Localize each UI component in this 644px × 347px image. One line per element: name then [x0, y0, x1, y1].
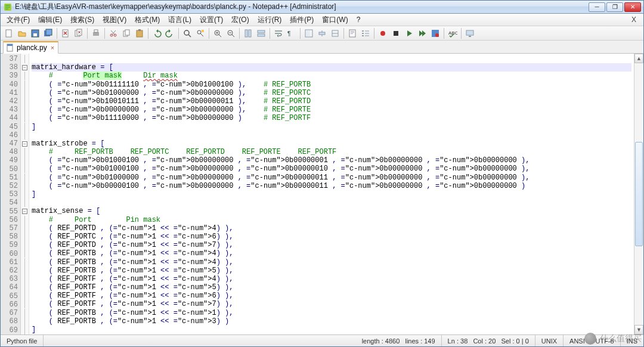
code-line[interactable]: ( REF_PORTC , (="c-num">1 << ="c-num">6)…: [32, 233, 631, 241]
open-file-button[interactable]: [16, 27, 28, 39]
code-line[interactable]: ( REF_PORTB , (="c-num">1 << ="c-num">3)…: [32, 317, 631, 326]
code-line[interactable]: ( REF_PORTF , (="c-num">1 << ="c-num">5)…: [32, 283, 631, 292]
code-line[interactable]: ( ="c-num">0b01000100 , ="c-num">0b00000…: [32, 156, 631, 165]
minimize-button[interactable]: ─: [589, 2, 605, 12]
find-button[interactable]: [181, 27, 193, 39]
func-list-button[interactable]: [360, 27, 371, 39]
menu-item-3[interactable]: 视图(V): [99, 14, 130, 26]
save-all-button[interactable]: [42, 27, 54, 39]
code-line[interactable]: # Port Pin mask: [32, 216, 631, 224]
code-line[interactable]: ( REF_PORTF , (="c-num">1 << ="c-num">4)…: [32, 275, 631, 283]
play-multi-button[interactable]: [416, 27, 428, 39]
copy-button[interactable]: [120, 27, 132, 39]
code-line[interactable]: ]: [32, 123, 631, 131]
menu-item-8[interactable]: 运行(R): [254, 14, 286, 26]
code-line[interactable]: [32, 55, 631, 63]
indent-guide-button[interactable]: [303, 27, 315, 39]
print-button[interactable]: [90, 27, 102, 39]
code-line[interactable]: ]: [32, 190, 631, 199]
replace-button[interactable]: [194, 27, 206, 39]
toolbar-separator: [343, 28, 344, 39]
code-line[interactable]: ( ="c-num">0b01000100 , ="c-num">0b00000…: [32, 165, 631, 173]
code-line[interactable]: [32, 131, 631, 140]
fold-toggle-icon[interactable]: −: [22, 141, 27, 147]
new-file-button[interactable]: [3, 27, 15, 39]
code-line[interactable]: ( ="c-num">0b00000000 , ="c-num">0b00000…: [32, 106, 631, 114]
scroll-track[interactable]: [634, 63, 643, 325]
tab-close-icon[interactable]: ×: [51, 44, 54, 51]
paste-button[interactable]: [134, 27, 145, 39]
close-button[interactable]: ✕: [624, 2, 641, 12]
code-line[interactable]: matrix_strobe = [: [32, 140, 631, 148]
code-line[interactable]: ( ="c-num">0b01111110 , ="c-num">0b01000…: [32, 80, 631, 89]
doc-map-button[interactable]: [346, 27, 358, 39]
menu-item-5[interactable]: 语言(L): [165, 14, 195, 26]
sync-h-button[interactable]: [255, 27, 267, 39]
zoom-in-button[interactable]: [212, 27, 224, 39]
fold-toggle-icon[interactable]: −: [22, 209, 27, 214]
titlebar[interactable]: E:\键盘\工具\EasyAVR-master\keymapper\easyke…: [1, 1, 643, 14]
code-line[interactable]: # Port mask Dir mask: [32, 72, 631, 80]
code-line[interactable]: ( ="c-num">0b00000100 , ="c-num">0b00000…: [32, 182, 631, 190]
code-line[interactable]: ( ="c-num">0b11110000 , ="c-num">0b00000…: [32, 114, 631, 122]
unfold-all-button[interactable]: [329, 27, 341, 39]
code-line[interactable]: ( REF_PORTD , (="c-num">1 << ="c-num">7)…: [32, 241, 631, 249]
fold-column: −−−: [21, 54, 29, 334]
close-all-button[interactable]: [73, 27, 85, 39]
code-line[interactable]: ( ="c-num">0b10010111 , ="c-num">0b00000…: [32, 97, 631, 106]
stop-macro-icon: [391, 29, 401, 38]
code-line[interactable]: ( REF_PORTD , (="c-num">1 << ="c-num">4)…: [32, 224, 631, 233]
record-macro-button[interactable]: [377, 27, 389, 39]
save-button[interactable]: [29, 27, 41, 39]
code-line[interactable]: [32, 334, 631, 334]
code-line[interactable]: ( REF_PORTB , (="c-num">1 << ="c-num">1)…: [32, 309, 631, 317]
code-line[interactable]: ( REF_PORTB , (="c-num">1 << ="c-num">5)…: [32, 267, 631, 275]
status-length: length : 4860 lines : 149: [356, 335, 442, 346]
fold-toggle-icon[interactable]: −: [22, 65, 27, 70]
redo-button[interactable]: [164, 27, 176, 39]
code-line[interactable]: matrix_hardware = [: [32, 63, 631, 72]
save-macro-button[interactable]: [429, 27, 441, 39]
vertical-scrollbar[interactable]: ▲ ▼: [634, 54, 643, 334]
play-macro-button[interactable]: [403, 27, 415, 39]
menu-item-1[interactable]: 编辑(E): [35, 14, 66, 26]
scroll-down-icon[interactable]: ▼: [634, 325, 643, 334]
code-line[interactable]: matrix_sense = [: [32, 207, 631, 215]
menu-item-10[interactable]: 窗口(W): [318, 14, 351, 26]
spell-check-button[interactable]: ABC: [447, 27, 459, 39]
file-tab-planck[interactable]: planck.py ×: [3, 41, 58, 54]
cut-button[interactable]: [107, 27, 119, 39]
doc-close-x[interactable]: X: [627, 16, 641, 24]
menu-item-4[interactable]: 格式(M): [131, 14, 163, 26]
close-file-button[interactable]: [60, 27, 72, 39]
scroll-thumb[interactable]: [635, 142, 643, 247]
code-line[interactable]: [32, 199, 631, 207]
undo-button[interactable]: [151, 27, 163, 39]
word-wrap-button[interactable]: [273, 27, 284, 39]
code-line[interactable]: ( REF_PORTF , (="c-num">1 << ="c-num">7)…: [32, 300, 631, 308]
code-line[interactable]: ( ="c-num">0b01000000 , ="c-num">0b00000…: [32, 174, 631, 182]
scroll-up-icon[interactable]: ▲: [634, 54, 643, 63]
show-all-button[interactable]: ¶: [286, 27, 298, 39]
code-area[interactable]: matrix_hardware = [ # Port mask Dir mask…: [29, 54, 634, 334]
fold-all-button[interactable]: [316, 27, 328, 39]
zoom-out-button[interactable]: [225, 27, 237, 39]
sync-v-button[interactable]: [242, 27, 254, 39]
menu-item-9[interactable]: 插件(P): [286, 14, 317, 26]
code-line[interactable]: ( REF_PORTB , (="c-num">1 << ="c-num">4)…: [32, 258, 631, 267]
code-line[interactable]: ]: [32, 326, 631, 334]
code-line[interactable]: # REF_PORTB REF_PORTC REF_PORTD REF_PORT…: [32, 148, 631, 156]
menu-item-7[interactable]: 宏(O): [228, 14, 252, 26]
menu-item-11[interactable]: ?: [353, 14, 364, 25]
monitor-button[interactable]: [464, 27, 476, 39]
code-line[interactable]: ( REF_PORTB , (="c-num">1 << ="c-num">4)…: [32, 249, 631, 258]
line-number: 59: [1, 241, 18, 249]
code-line[interactable]: ( ="c-num">0b01000000 , ="c-num">0b00000…: [32, 89, 631, 97]
code-line[interactable]: ( REF_PORTF , (="c-num">1 << ="c-num">6)…: [32, 292, 631, 300]
sync-h-icon: [256, 29, 266, 38]
menu-item-2[interactable]: 搜索(S): [67, 14, 98, 26]
maximize-button[interactable]: ❐: [606, 2, 623, 12]
menu-item-0[interactable]: 文件(F): [3, 14, 33, 26]
stop-macro-button[interactable]: [390, 27, 402, 39]
menu-item-6[interactable]: 设置(T): [196, 14, 227, 26]
